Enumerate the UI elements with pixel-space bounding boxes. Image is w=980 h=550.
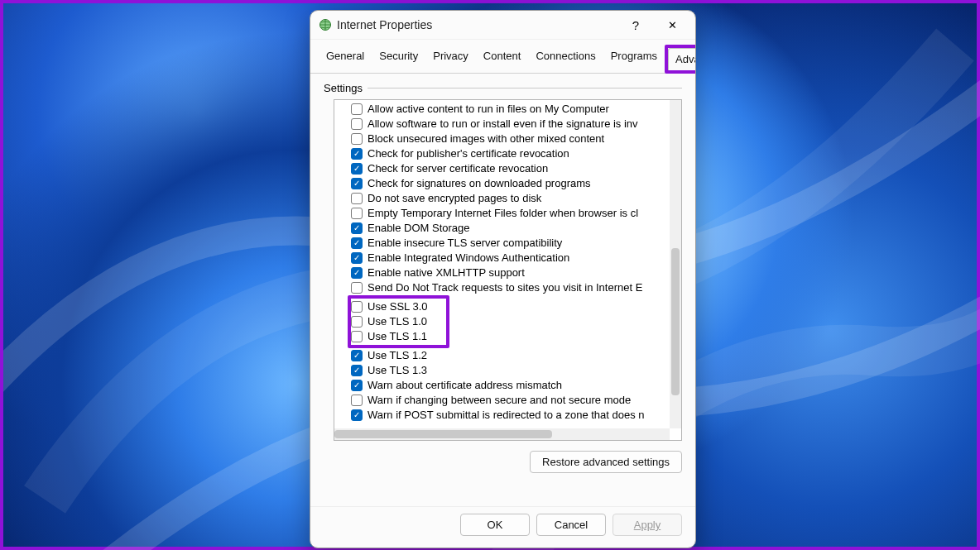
setting-label: Empty Temporary Internet Files folder wh…	[368, 206, 638, 221]
setting-label: Enable Integrated Windows Authentication	[368, 251, 569, 265]
setting-label: Block unsecured images with other mixed …	[368, 132, 604, 146]
horizontal-scrollbar[interactable]	[334, 428, 670, 440]
apply-button[interactable]: Apply	[612, 514, 682, 536]
setting-label: Use TLS 1.3	[368, 363, 427, 378]
setting-row[interactable]: ✓Check for publisher's certificate revoc…	[334, 146, 681, 161]
highlight-ssl-tls-group: Use SSL 3.0Use TLS 1.0Use TLS 1.1	[348, 295, 449, 348]
checkbox[interactable]: ✓	[351, 380, 363, 391]
settings-group-label: Settings	[324, 82, 682, 94]
setting-row[interactable]: Use SSL 3.0	[351, 299, 446, 314]
tab-general[interactable]: General	[319, 45, 372, 74]
checkbox[interactable]	[351, 395, 363, 406]
internet-properties-dialog: Internet Properties ? ✕ GeneralSecurityP…	[310, 10, 696, 548]
checkbox[interactable]: ✓	[351, 350, 363, 361]
setting-row[interactable]: ✓Enable Integrated Windows Authenticatio…	[334, 251, 681, 265]
help-button[interactable]: ?	[617, 12, 654, 37]
setting-row[interactable]: Warn if changing between secure and not …	[334, 393, 681, 408]
setting-row[interactable]: ✓Enable native XMLHTTP support	[334, 265, 681, 280]
setting-label: Do not save encrypted pages to disk	[368, 191, 541, 206]
group-divider	[368, 88, 682, 88]
window-title: Internet Properties	[337, 18, 617, 31]
setting-label: Enable insecure TLS server compatibility	[368, 236, 562, 251]
setting-row[interactable]: Send Do Not Track requests to sites you …	[334, 280, 681, 295]
setting-label: Allow software to run or install even if…	[368, 117, 638, 132]
setting-label: Use SSL 3.0	[368, 299, 428, 314]
setting-row[interactable]: ✓Warn about certificate address mismatch	[334, 378, 681, 393]
setting-row[interactable]: Use TLS 1.1	[351, 329, 446, 344]
setting-row[interactable]: ✓Check for signatures on downloaded prog…	[334, 176, 681, 191]
setting-row[interactable]: Allow software to run or install even if…	[334, 117, 681, 132]
restore-row: Restore advanced settings	[324, 441, 682, 473]
checkbox[interactable]	[351, 193, 363, 204]
setting-row[interactable]: Empty Temporary Internet Files folder wh…	[334, 206, 681, 221]
setting-row[interactable]: Allow active content to run in files on …	[334, 102, 681, 117]
setting-label: Use TLS 1.0	[368, 314, 427, 329]
checkbox[interactable]: ✓	[351, 267, 363, 279]
checkbox[interactable]: ✓	[351, 237, 363, 249]
vertical-scrollbar-thumb[interactable]	[671, 248, 680, 396]
close-button[interactable]: ✕	[654, 12, 690, 37]
tab-content: Settings Allow active content to run in …	[310, 74, 695, 506]
checkbox[interactable]: ✓	[351, 365, 363, 376]
screenshot-frame: Internet Properties ? ✕ GeneralSecurityP…	[0, 0, 980, 550]
settings-label-text: Settings	[324, 82, 363, 94]
setting-row[interactable]: ✓Use TLS 1.3	[334, 363, 681, 378]
setting-label: Check for publisher's certificate revoca…	[368, 146, 569, 161]
setting-label: Enable DOM Storage	[368, 221, 470, 236]
setting-row[interactable]: ✓Check for server certificate revocation	[334, 161, 681, 176]
tab-content[interactable]: Content	[476, 45, 529, 74]
setting-label: Enable native XMLHTTP support	[368, 265, 525, 280]
horizontal-scrollbar-thumb[interactable]	[334, 430, 552, 438]
highlight-tab-advanced: Advanced	[665, 45, 696, 74]
checkbox[interactable]	[351, 208, 363, 219]
checkbox[interactable]: ✓	[351, 148, 363, 160]
checkbox[interactable]	[351, 316, 363, 328]
setting-row[interactable]: Block unsecured images with other mixed …	[334, 132, 681, 146]
tab-advanced[interactable]: Advanced	[668, 48, 696, 70]
tab-connections[interactable]: Connections	[528, 45, 603, 74]
restore-advanced-button[interactable]: Restore advanced settings	[530, 451, 682, 473]
setting-label: Check for signatures on downloaded progr…	[368, 176, 591, 191]
setting-row[interactable]: Do not save encrypted pages to disk	[334, 191, 681, 206]
tab-security[interactable]: Security	[372, 45, 425, 74]
settings-group: Settings Allow active content to run in …	[324, 82, 682, 503]
setting-label: Use TLS 1.1	[368, 329, 427, 344]
setting-row[interactable]: ✓Warn if POST submittal is redirected to…	[334, 408, 681, 423]
checkbox[interactable]	[351, 331, 363, 342]
checkbox[interactable]: ✓	[351, 409, 363, 421]
setting-label: Warn if POST submittal is redirected to …	[368, 408, 645, 423]
checkbox[interactable]	[351, 118, 363, 130]
tab-strip: GeneralSecurityPrivacyContentConnections…	[310, 40, 695, 74]
settings-list: Allow active content to run in files on …	[334, 100, 681, 424]
setting-label: Use TLS 1.2	[368, 348, 427, 363]
setting-label: Allow active content to run in files on …	[368, 102, 609, 117]
setting-label: Check for server certificate revocation	[368, 161, 548, 176]
title-bar: Internet Properties ? ✕	[310, 11, 695, 40]
tab-privacy[interactable]: Privacy	[425, 45, 476, 74]
checkbox[interactable]	[351, 133, 363, 145]
checkbox[interactable]	[351, 282, 363, 294]
setting-label: Send Do Not Track requests to sites you …	[368, 280, 642, 295]
setting-row[interactable]: ✓Enable DOM Storage	[334, 221, 681, 236]
vertical-scrollbar[interactable]	[670, 100, 681, 428]
setting-label: Warn if changing between secure and not …	[368, 393, 631, 408]
tab-programs[interactable]: Programs	[603, 45, 665, 74]
checkbox[interactable]: ✓	[351, 163, 363, 175]
checkbox[interactable]: ✓	[351, 252, 363, 264]
ok-button[interactable]: OK	[460, 514, 530, 536]
setting-row[interactable]: Use TLS 1.0	[351, 314, 446, 329]
checkbox[interactable]	[351, 103, 363, 115]
setting-row[interactable]: ✓Enable insecure TLS server compatibilit…	[334, 236, 681, 251]
checkbox[interactable]: ✓	[351, 178, 363, 189]
cancel-button[interactable]: Cancel	[536, 514, 606, 536]
internet-options-icon	[319, 18, 332, 31]
setting-row[interactable]: ✓Use TLS 1.2	[334, 348, 681, 363]
setting-label: Warn about certificate address mismatch	[368, 378, 562, 393]
checkbox[interactable]	[351, 301, 363, 313]
dialog-footer: OK Cancel Apply	[310, 506, 695, 548]
settings-listbox[interactable]: Allow active content to run in files on …	[334, 99, 682, 441]
checkbox[interactable]: ✓	[351, 222, 363, 234]
